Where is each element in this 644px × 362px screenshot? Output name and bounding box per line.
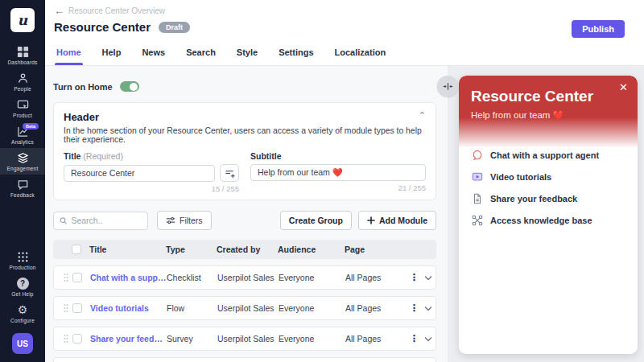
- tab-style[interactable]: Style: [237, 46, 258, 65]
- preview-subtitle: Help from our team ❤️: [471, 109, 625, 121]
- sidebar-item-analytics[interactable]: Beta Analytics: [0, 121, 45, 148]
- title-input[interactable]: [64, 165, 215, 182]
- chevron-down-icon[interactable]: [421, 275, 436, 281]
- subtitle-char-counter: 21 / 255: [250, 183, 426, 192]
- header-fields: Title (Required) 15 / 255: [64, 151, 426, 193]
- main-area: ← Resource Center Overview Resource Cent…: [45, 0, 644, 362]
- beta-badge: Beta: [23, 123, 39, 130]
- create-group-button[interactable]: Create Group: [280, 211, 352, 230]
- sidebar-item-label: Engagement: [7, 166, 39, 171]
- column-created-by: Created by: [217, 245, 278, 254]
- chevron-down-icon[interactable]: [421, 336, 436, 342]
- user-avatar[interactable]: US: [12, 333, 33, 354]
- sidebar-item-feedback[interactable]: Feedback: [0, 175, 45, 201]
- sidebar-item-label: Production: [9, 265, 35, 270]
- module-title-link[interactable]: Video tutorials: [90, 303, 167, 313]
- preview-item-label: Chat with a support agent: [490, 150, 599, 160]
- sidebar-item-label: Configure: [10, 318, 35, 323]
- subtitle-field-label: Subtitle: [250, 151, 426, 161]
- chat-icon: [472, 150, 483, 161]
- module-audience: Everyone: [279, 303, 345, 313]
- tab-localization[interactable]: Localization: [335, 46, 386, 65]
- module-page: All Pages: [345, 303, 407, 313]
- collapse-panel-button[interactable]: [437, 76, 458, 97]
- preview-item-label: Video tutorials: [490, 172, 551, 182]
- module-title-link[interactable]: Share your feedba...: [90, 334, 167, 343]
- page-title: Resource Center: [54, 20, 151, 34]
- sidebar-item-dashboards[interactable]: Dashboards: [0, 42, 45, 68]
- module-created-by: Userpilot Sales: [217, 334, 279, 343]
- kebab-menu-icon[interactable]: ⋮: [407, 273, 421, 282]
- row-checkbox[interactable]: [72, 334, 82, 343]
- tab-settings[interactable]: Settings: [279, 46, 313, 65]
- preview-item-label: Share your feedback: [490, 194, 577, 204]
- drag-handle-icon[interactable]: [59, 334, 72, 343]
- select-all-checkbox[interactable]: [72, 245, 81, 254]
- filters-icon: [166, 216, 175, 225]
- close-icon[interactable]: ✕: [619, 82, 628, 93]
- workspace: Turn on Home Header ⌃ In the home sectio…: [45, 66, 448, 362]
- tab-home[interactable]: Home: [56, 46, 81, 65]
- preview-item-feedback[interactable]: Share your feedback: [472, 193, 625, 204]
- tab-news[interactable]: News: [142, 46, 165, 65]
- drag-handle-icon[interactable]: [59, 273, 72, 282]
- required-hint: (Required): [83, 151, 123, 161]
- column-page: Page: [345, 245, 408, 254]
- filters-button[interactable]: Filters: [157, 211, 212, 230]
- document-icon: [472, 193, 483, 204]
- chevron-down-icon[interactable]: [421, 306, 436, 311]
- kebab-menu-icon[interactable]: ⋮: [407, 334, 421, 343]
- drag-handle-icon[interactable]: [59, 303, 72, 313]
- sidebar-item-product[interactable]: Product: [0, 95, 45, 121]
- module-type: Checklist: [167, 273, 217, 282]
- sidebar-item-people[interactable]: People: [0, 68, 45, 95]
- people-icon: [17, 72, 29, 84]
- back-arrow-icon[interactable]: ←: [54, 7, 64, 15]
- turn-on-home-row: Turn on Home: [53, 81, 436, 92]
- module-page: All Pages: [345, 334, 407, 343]
- sidebar-item-label: Product: [13, 113, 32, 118]
- dashboards-icon: [17, 46, 29, 58]
- publish-button[interactable]: Publish: [572, 20, 625, 38]
- video-icon: [472, 171, 483, 183]
- userpilot-logo[interactable]: u: [10, 8, 35, 32]
- search-box: [53, 212, 148, 230]
- sidebar-item-production[interactable]: Production: [0, 247, 45, 274]
- preview-item-knowledge[interactable]: Access knowledge base: [472, 215, 625, 226]
- column-title: Title: [89, 245, 166, 254]
- search-input[interactable]: [71, 216, 142, 225]
- preview-items: Chat with a support agent Video tutorial…: [459, 148, 638, 226]
- sidebar-item-label: Feedback: [10, 192, 35, 198]
- preview-item-video[interactable]: Video tutorials: [472, 171, 625, 183]
- column-audience: Audience: [278, 245, 345, 254]
- module-type: Flow: [167, 303, 217, 313]
- module-type: Survey: [167, 334, 217, 343]
- breadcrumb-label[interactable]: Resource Center Overview: [68, 6, 165, 15]
- preview-item-chat[interactable]: Chat with a support agent: [472, 150, 625, 161]
- add-module-button[interactable]: Add Module: [358, 211, 436, 230]
- chevron-up-icon[interactable]: ⌃: [419, 110, 426, 121]
- tab-bar: Home Help News Search Style Settings Loc…: [45, 46, 644, 66]
- preview-area: ✕ Resource Center Help from our team ❤️ …: [448, 66, 644, 362]
- row-checkbox[interactable]: [72, 273, 82, 282]
- sidebar-item-configure[interactable]: ⚙ Configure: [0, 300, 45, 327]
- home-toggle[interactable]: [120, 81, 139, 92]
- subtitle-input[interactable]: [250, 164, 426, 181]
- filters-label: Filters: [180, 216, 203, 225]
- sidebar-item-get-help[interactable]: ? Get Help: [0, 274, 45, 300]
- sidebar-item-engagement[interactable]: Engagement: [0, 148, 45, 175]
- resource-center-preview: ✕ Resource Center Help from our team ❤️ …: [459, 76, 638, 354]
- header-card: Header ⌃ In the home section of your Res…: [53, 102, 436, 200]
- module-created-by: Userpilot Sales: [217, 303, 279, 313]
- tab-search[interactable]: Search: [186, 46, 216, 65]
- sidebar-item-label: Get Help: [11, 291, 33, 297]
- plus-icon: [367, 216, 375, 224]
- add-text-line-button[interactable]: [220, 164, 239, 182]
- kebab-menu-icon[interactable]: ⋮: [407, 303, 421, 313]
- module-title-link[interactable]: Chat with a suppo...: [90, 273, 167, 282]
- row-checkbox[interactable]: [72, 303, 82, 313]
- table-row: Chat with a suppo... Checklist Userpilot…: [53, 265, 436, 290]
- tab-help[interactable]: Help: [102, 46, 122, 65]
- status-badge: Draft: [159, 22, 190, 33]
- knowledge-icon: [472, 215, 483, 226]
